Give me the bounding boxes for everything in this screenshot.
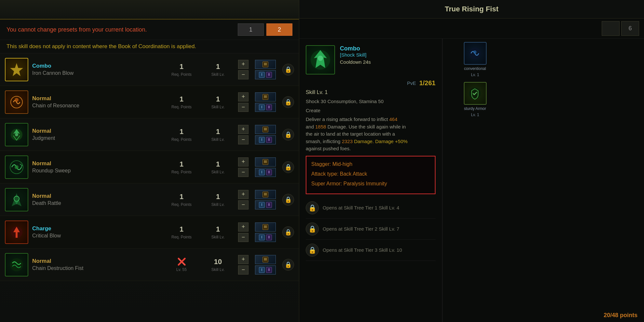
svg-marker-0 bbox=[10, 63, 23, 76]
tier-badge-top: III bbox=[255, 255, 276, 264]
skill-lv-value: 1 bbox=[216, 62, 220, 71]
skill-row[interactable]: Normal Chain Destruction Fist ❌ Lv. 55 1… bbox=[0, 248, 299, 281]
plus-button[interactable]: + bbox=[238, 255, 248, 264]
skill-info: Normal Roundup Sweep bbox=[32, 160, 161, 174]
attack-type-line: Attack type: Back Attack bbox=[311, 170, 430, 178]
skill-name: Iron Cannon Blow bbox=[32, 70, 161, 76]
sturdy-label: sturdy Armor bbox=[464, 106, 486, 111]
skill-lv-label: Skill Lv. bbox=[211, 72, 224, 77]
plus-button[interactable]: + bbox=[238, 92, 248, 101]
skill-detail-header: True Rising Fist bbox=[299, 0, 644, 19]
sidebar-item-sturdy: sturdy Armor Lv. 1 bbox=[464, 82, 487, 117]
plus-minus-controls: + − bbox=[238, 92, 248, 112]
skill-lv-value: 1 bbox=[216, 95, 220, 103]
svg-point-11 bbox=[318, 56, 323, 61]
tier-badges: III I II bbox=[252, 190, 278, 209]
lock-icon: 🔒 bbox=[282, 161, 294, 173]
skill-type: Normal bbox=[32, 128, 161, 134]
preset-2-button[interactable]: 2 bbox=[266, 23, 292, 36]
minus-button[interactable]: − bbox=[238, 70, 248, 79]
skill-lv-value: 1 bbox=[216, 160, 220, 168]
minus-button[interactable]: − bbox=[238, 135, 248, 144]
preset-1-button[interactable]: 1 bbox=[238, 23, 264, 36]
tier-badges: III I II bbox=[252, 255, 278, 275]
skill-detail-main: Combo [Shock Skill] Cooldown 24s PvE 1/2… bbox=[299, 39, 442, 322]
plus-button[interactable]: + bbox=[238, 125, 248, 134]
desc-line5: against pushed foes. bbox=[306, 146, 351, 151]
tier-badge-top: III bbox=[255, 157, 276, 167]
skill-type: Combo bbox=[32, 63, 161, 69]
plus-button[interactable]: + bbox=[238, 157, 248, 167]
minus-button[interactable]: − bbox=[238, 233, 248, 242]
req-points-label: Req. Points bbox=[171, 137, 192, 142]
minus-button[interactable]: − bbox=[238, 200, 248, 209]
left-panel: You cannot change presets from your curr… bbox=[0, 0, 299, 322]
desc-line4b: Damage. Damage +50% bbox=[354, 139, 408, 144]
minus-button[interactable]: − bbox=[238, 103, 248, 112]
tier-ii-icon: II bbox=[266, 169, 272, 175]
plus-button[interactable]: + bbox=[238, 60, 248, 69]
detail-cooldown: Cooldown 24s bbox=[340, 59, 436, 65]
lock-icon: 🔒 bbox=[282, 129, 294, 141]
tier-badge-bottom: I II bbox=[255, 103, 276, 112]
skill-lv-value: 10 bbox=[214, 258, 222, 266]
tier-ii-icon: II bbox=[266, 267, 272, 273]
damage3: 2323 bbox=[342, 139, 353, 144]
sidebar-item-conventional: conventional Lv. 1 bbox=[464, 42, 487, 77]
top-bar bbox=[0, 0, 299, 20]
info-text: This skill does not apply in content whe… bbox=[7, 43, 196, 49]
req-points-value: 1 bbox=[180, 193, 183, 201]
tier-iii-icon: III bbox=[262, 94, 268, 100]
skill-name: Critical Blow bbox=[32, 233, 161, 239]
skill-info: Charge Critical Blow bbox=[32, 225, 161, 239]
minus-button[interactable]: − bbox=[238, 168, 248, 177]
tier-badges: III I II bbox=[252, 60, 278, 79]
skill-row[interactable]: Combo Iron Cannon Blow 1 Req. Points 1 S… bbox=[0, 53, 299, 86]
skill-lv-label: Skill Lv. bbox=[211, 267, 224, 272]
minus-button[interactable]: − bbox=[238, 265, 248, 275]
tier-iii-icon: III bbox=[262, 192, 268, 197]
tier-badge-bottom: I II bbox=[255, 265, 276, 275]
skill-row[interactable]: Normal Chain of Resonance 1 Req. Points … bbox=[0, 86, 299, 118]
skill-icon-chain-dest bbox=[5, 253, 28, 276]
req-points-value: 1 bbox=[180, 160, 183, 168]
skill-row[interactable]: Charge Critical Blow 1 Req. Points 1 Ski… bbox=[0, 216, 299, 248]
skill-icon-combo bbox=[5, 58, 28, 81]
plus-button[interactable]: + bbox=[238, 222, 248, 232]
svg-point-9 bbox=[10, 258, 23, 271]
tier-i-icon: I bbox=[259, 202, 265, 208]
skill-lv-value: 1 bbox=[216, 193, 220, 201]
skill-level-section: 1 Skill Lv. bbox=[202, 160, 234, 174]
sturdy-lv: Lv. 1 bbox=[471, 113, 479, 117]
req-points-label: Lv. 55 bbox=[176, 267, 187, 272]
skill-detail-icon-row: Combo [Shock Skill] Cooldown 24s bbox=[306, 45, 436, 74]
skill-level-section: 1 Skill Lv. bbox=[202, 95, 234, 109]
tier-iii-icon: III bbox=[262, 257, 268, 262]
skill-row[interactable]: Normal Roundup Sweep 1 Req. Points 1 Ski… bbox=[0, 151, 299, 183]
skill-detail-icon bbox=[306, 45, 335, 74]
skill-row[interactable]: Normal Death Rattle 1 Req. Points 1 Skil… bbox=[0, 183, 299, 216]
skill-icon-charge bbox=[5, 221, 28, 244]
plus-button[interactable]: + bbox=[238, 190, 248, 199]
skill-lv-text: Skill Lv. 1 bbox=[306, 89, 436, 95]
skill-icon-normal-orange bbox=[5, 90, 28, 114]
tier-i-icon: I bbox=[259, 235, 265, 240]
desc-line1: Deliver a rising attack forward to infli… bbox=[306, 116, 388, 122]
tier-i-icon: I bbox=[259, 137, 265, 143]
skill-info: Normal Chain of Resonance bbox=[32, 95, 161, 109]
conventional-label: conventional bbox=[464, 66, 486, 71]
skill-icon-normal-green2 bbox=[5, 155, 28, 179]
tier-badge-top: III bbox=[255, 222, 276, 232]
tier-badge-top: III bbox=[255, 125, 276, 134]
points-bottom: 20/48 points bbox=[604, 312, 637, 319]
warning-text: You cannot change presets from your curr… bbox=[7, 26, 147, 33]
skill-row[interactable]: Normal Judgment 1 Req. Points 1 Skill Lv… bbox=[0, 118, 299, 151]
sidebar-conventional-icon bbox=[464, 42, 487, 65]
right-panel: True Rising Fist 6 Combo bbox=[299, 0, 644, 322]
skill-info: Normal Death Rattle bbox=[32, 193, 161, 206]
tier-ii-icon: II bbox=[266, 72, 272, 78]
desc-line3: the air to land at the target location w… bbox=[306, 131, 395, 137]
tier-i-icon: I bbox=[259, 267, 265, 273]
plus-minus-controls: + − bbox=[238, 255, 248, 275]
skill-level-section: 1 Skill Lv. bbox=[202, 127, 234, 142]
